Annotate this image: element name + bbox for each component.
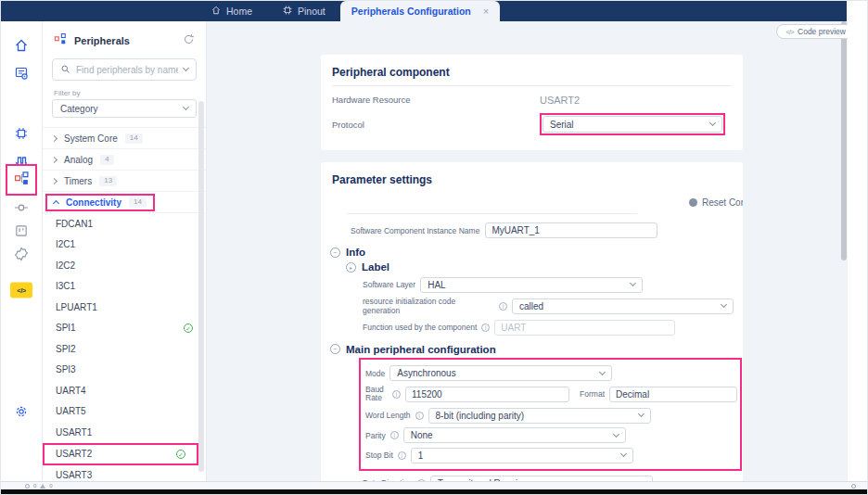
parity-select[interactable]: None bbox=[403, 427, 626, 443]
peripheral-item-uart4[interactable]: UART4 bbox=[43, 380, 206, 401]
item-label: UART5 bbox=[56, 406, 86, 416]
item-label: I3C1 bbox=[56, 281, 75, 291]
peripheral-item-i3c1[interactable]: I3C1 bbox=[43, 276, 206, 298]
badge-seal-icon[interactable] bbox=[14, 247, 29, 261]
peripheral-component-card: Peripheral component Hardware Resource U… bbox=[321, 55, 743, 150]
peripheral-item-lpuart1[interactable]: LPUART1 bbox=[43, 297, 206, 318]
stop-bit-value: 1 bbox=[418, 451, 424, 461]
category-label: Connectivity bbox=[66, 197, 121, 208]
peripheral-item-usart3[interactable]: USART3 bbox=[43, 465, 206, 482]
item-label: USART1 bbox=[56, 427, 92, 438]
board-kanban-icon[interactable] bbox=[15, 224, 29, 238]
category-label: Timers bbox=[64, 176, 92, 186]
count-badge: 14 bbox=[125, 133, 143, 144]
protocol-select[interactable]: Serial bbox=[542, 116, 722, 133]
function-used-label: Function used by the component bbox=[363, 323, 477, 332]
code-glyph: </> bbox=[10, 283, 32, 298]
section-main-config-label: Main peripheral configuration bbox=[346, 344, 496, 355]
collapse-icon[interactable] bbox=[330, 344, 340, 354]
count-badge: 13 bbox=[99, 176, 117, 186]
software-layer-select[interactable]: HAL bbox=[420, 277, 643, 293]
tab-peripherals-configuration[interactable]: Peripherals Configuration × bbox=[340, 1, 500, 21]
pinout-chip-icon[interactable] bbox=[14, 126, 29, 141]
code-preview-button[interactable]: </> Code preview bbox=[776, 24, 848, 39]
category-connectivity[interactable]: Connectivity 14 bbox=[43, 192, 206, 213]
format-input[interactable] bbox=[609, 387, 737, 402]
mode-value: Asynchronous bbox=[397, 368, 455, 378]
tab-pinout-label: Pinout bbox=[298, 6, 326, 17]
category-system-core[interactable]: System Core 14 bbox=[43, 128, 206, 149]
item-label: FDCAN1 bbox=[56, 219, 93, 229]
reset-icon bbox=[689, 198, 697, 207]
parameter-settings-heading: Parameter settings bbox=[332, 173, 732, 186]
parity-value: None bbox=[411, 430, 433, 440]
peripheral-item-usart2[interactable]: USART2 bbox=[43, 443, 198, 465]
parity-label: Parity bbox=[365, 431, 386, 440]
section-info[interactable]: Info bbox=[330, 247, 734, 258]
protocol-value: Serial bbox=[550, 120, 574, 130]
divider bbox=[347, 213, 637, 214]
peripheral-item-fdcan1[interactable]: FDCAN1 bbox=[43, 213, 206, 235]
home-nav-icon[interactable] bbox=[14, 38, 29, 53]
close-tab-icon[interactable]: × bbox=[483, 6, 489, 17]
main-scrollbar[interactable] bbox=[841, 21, 847, 260]
peripheral-item-uart5[interactable]: UART5 bbox=[43, 401, 206, 423]
section-main-config[interactable]: Main peripheral configuration bbox=[330, 344, 734, 355]
filter-category-select[interactable]: Category bbox=[52, 99, 197, 118]
refresh-icon[interactable] bbox=[183, 32, 195, 49]
peripheral-item-i2c1[interactable]: I2C1 bbox=[43, 235, 206, 256]
word-length-select[interactable]: 8-bit (including parity) bbox=[428, 408, 651, 424]
filter-by-label: Filter by bbox=[54, 89, 195, 97]
error-icon bbox=[25, 484, 30, 489]
peripheral-item-spi3[interactable]: SPI3 bbox=[43, 360, 206, 381]
tab-pinout[interactable]: Pinout bbox=[267, 1, 340, 21]
item-label: LPUART1 bbox=[56, 302, 97, 312]
tab-home[interactable]: Home bbox=[196, 1, 267, 21]
peripheral-item-usart1[interactable]: USART1 bbox=[43, 422, 206, 443]
node-link-icon[interactable] bbox=[14, 200, 29, 215]
function-used-input bbox=[494, 320, 675, 336]
peripherals-sidebar: Peripherals Filter by Category bbox=[43, 21, 207, 481]
code-icon: </> bbox=[785, 29, 794, 35]
peripherals-nav-highlight-box[interactable] bbox=[6, 164, 37, 196]
warning-count: 0 bbox=[49, 483, 52, 489]
count-badge: 14 bbox=[129, 197, 147, 208]
word-length-value: 8-bit (including parity) bbox=[436, 411, 525, 421]
peripheral-item-spi2[interactable]: SPI2 bbox=[43, 338, 206, 360]
resource-init-value: called bbox=[519, 301, 543, 311]
mode-select[interactable]: Asynchronous bbox=[389, 365, 612, 381]
info-icon bbox=[392, 390, 401, 399]
reset-configuration-button[interactable]: Reset Configuration bbox=[689, 197, 743, 208]
resource-init-select[interactable]: called bbox=[512, 298, 734, 314]
expand-icon[interactable] bbox=[346, 262, 356, 273]
settings-gear-icon[interactable] bbox=[14, 404, 29, 419]
parameter-settings-card: Parameter settings Reset Configuration S… bbox=[321, 162, 743, 481]
category-analog[interactable]: Analog 4 bbox=[43, 149, 206, 171]
code-view-icon[interactable]: </> bbox=[10, 283, 32, 298]
software-layer-label: Software Layer bbox=[363, 280, 415, 289]
instance-name-input[interactable] bbox=[485, 222, 657, 238]
chevron-down-icon bbox=[630, 280, 636, 286]
section-info-label: Info bbox=[346, 247, 365, 258]
category-timers[interactable]: Timers 13 bbox=[43, 171, 206, 192]
chevron-right-icon bbox=[51, 177, 57, 184]
highlight-box: Connectivity 14 bbox=[45, 194, 155, 211]
item-label: SPI1 bbox=[56, 323, 76, 333]
highlight-box: Mode Asynchronous Baud Rate Format bbox=[359, 358, 742, 472]
peripheral-item-spi1[interactable]: SPI1 bbox=[43, 318, 206, 339]
baud-rate-input[interactable] bbox=[405, 387, 569, 402]
resource-init-label: resource initialization code generation bbox=[363, 297, 494, 315]
sidebar-title: Peripherals bbox=[74, 35, 175, 46]
peripherals-icon bbox=[14, 171, 30, 190]
section-label[interactable]: Label bbox=[346, 261, 734, 273]
search-box bbox=[52, 58, 197, 81]
configured-check-icon bbox=[176, 450, 185, 459]
collapse-icon[interactable] bbox=[330, 248, 340, 258]
chevron-right-icon bbox=[51, 134, 57, 141]
chevron-down-icon[interactable] bbox=[183, 65, 189, 71]
peripheral-item-i2c2[interactable]: I2C2 bbox=[43, 255, 206, 276]
stop-bit-select[interactable]: 1 bbox=[411, 448, 633, 463]
search-input[interactable] bbox=[76, 65, 178, 75]
project-settings-icon[interactable] bbox=[14, 66, 29, 81]
sidebar-scrollbar[interactable] bbox=[198, 101, 204, 472]
